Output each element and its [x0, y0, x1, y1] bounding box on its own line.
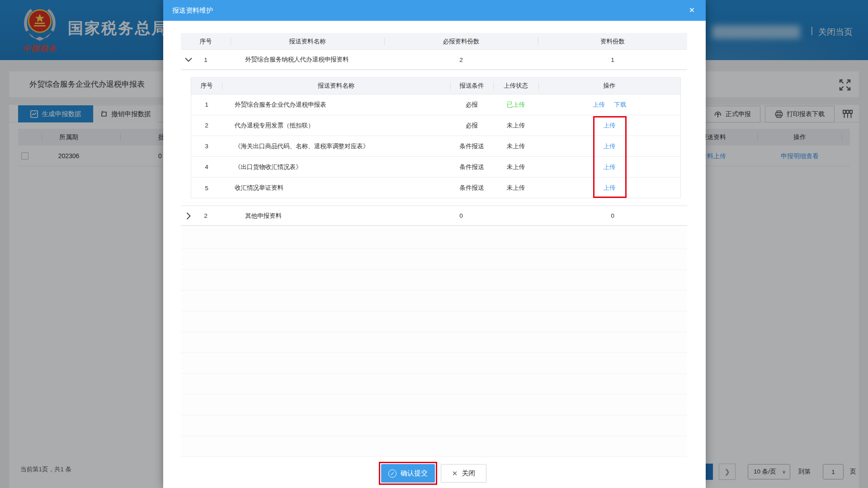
- empty-table-rows: [181, 228, 687, 457]
- cell-seq: 3: [191, 143, 222, 150]
- cell-condition: 条件报送: [450, 142, 493, 150]
- cell-status: 未上传: [493, 184, 538, 192]
- collapse-chevron-down-icon[interactable]: [184, 55, 193, 65]
- inner-row-5: 5 收汇情况举证资料 条件报送 未上传 上传: [191, 178, 680, 198]
- cell-material-name: 外贸综合服务纳税人代办退税申报资料: [231, 56, 384, 64]
- upload-link[interactable]: 上传: [593, 101, 605, 109]
- col-header-actions: 操作: [538, 78, 680, 94]
- screen: 中国税务 国家税务总局 | 关闭当页 外贸综合服务企业代办退税申报表 生成申报数…: [0, 0, 868, 488]
- cell-seq: 2: [191, 122, 222, 129]
- upload-link[interactable]: 上传: [604, 142, 616, 150]
- col-header-copies: 资料份数: [538, 33, 687, 49]
- cell-material-name: 外贸综合服务企业代办退税申报表: [222, 101, 450, 109]
- material-maintenance-modal: 报送资料维护 ✕ 序号 报送资料名称 必报资料份数 资料份数 1 外贸综合服务纳…: [163, 0, 706, 488]
- close-button[interactable]: ✕ 关闭: [441, 464, 486, 483]
- confirm-submit-button[interactable]: ✓ 确认提交: [381, 464, 435, 483]
- cell-copies: 1: [538, 56, 687, 63]
- cell-material-name: 《出口货物收汇情况表》: [222, 163, 450, 171]
- cell-material-name: 代办退税专用发票（抵扣联）: [222, 122, 450, 130]
- cell-required-copies: 2: [384, 56, 538, 63]
- cell-required-copies: 0: [384, 212, 538, 219]
- inner-row-4: 4 《出口货物收汇情况表》 条件报送 未上传 上传: [191, 157, 680, 178]
- cell-condition: 条件报送: [450, 184, 493, 192]
- outer-row-1: 1 外贸综合服务纳税人代办退税申报资料 2 1: [181, 50, 687, 70]
- col-header-condition: 报送条件: [450, 78, 493, 94]
- cell-seq: 1: [181, 56, 231, 63]
- inner-row-2: 2 代办退税专用发票（抵扣联） 必报 未上传 上传: [191, 115, 680, 136]
- seq-value: 1: [204, 56, 208, 63]
- cell-condition: 条件报送: [450, 163, 493, 171]
- cell-copies: 0: [538, 212, 687, 219]
- cell-seq: 4: [191, 164, 222, 170]
- cell-material-name: 《海关出口商品代码、名称、退税率调整对应表》: [222, 142, 450, 150]
- cell-condition: 必报: [450, 122, 493, 130]
- upload-link[interactable]: 上传: [604, 122, 616, 130]
- check-circle-icon: ✓: [388, 469, 396, 478]
- cell-actions: 上传 下载: [538, 101, 680, 109]
- upload-link[interactable]: 上传: [604, 184, 616, 192]
- modal-title: 报送资料维护: [172, 0, 213, 21]
- inner-row-1: 1 外贸综合服务企业代办退税申报表 必报 已上传 上传 下载: [191, 94, 680, 115]
- cell-actions: 上传: [538, 122, 680, 130]
- cell-seq: 2: [181, 212, 231, 219]
- outer-row-2: 2 其他申报资料 0 0: [181, 206, 687, 226]
- inner-table: 序号 报送资料名称 报送条件 上传状态 操作 1 外贸综合服务企业代办退税申报表…: [191, 77, 681, 198]
- cell-seq: 5: [191, 185, 222, 192]
- expand-chevron-right-icon[interactable]: [184, 211, 193, 221]
- cell-status-uploaded: 已上传: [493, 101, 538, 109]
- cell-status: 未上传: [493, 142, 538, 150]
- col-header-required-copies: 必报资料份数: [384, 33, 538, 49]
- cell-material-name: 收汇情况举证资料: [222, 184, 450, 192]
- inner-table-header: 序号 报送资料名称 报送条件 上传状态 操作: [191, 78, 680, 94]
- cell-material-name: 其他申报资料: [231, 212, 384, 220]
- cell-actions: 上传: [538, 184, 680, 192]
- col-header-seq: 序号: [191, 78, 222, 94]
- button-label: 关闭: [462, 469, 475, 478]
- col-header-material-name: 报送资料名称: [222, 78, 450, 94]
- modal-header: 报送资料维护 ✕: [163, 0, 706, 21]
- cell-condition: 必报: [450, 101, 493, 109]
- button-label: 确认提交: [401, 469, 428, 478]
- outer-table-header: 序号 报送资料名称 必报资料份数 资料份数: [181, 33, 687, 50]
- col-header-upload-status: 上传状态: [493, 78, 538, 94]
- col-header-seq: 序号: [181, 33, 231, 49]
- modal-close-icon[interactable]: ✕: [689, 0, 695, 21]
- cell-actions: 上传: [538, 163, 680, 171]
- upload-link[interactable]: 上传: [604, 163, 616, 171]
- cell-actions: 上传: [538, 142, 680, 150]
- cell-seq: 1: [191, 101, 222, 108]
- close-x-icon: ✕: [452, 469, 458, 478]
- seq-value: 2: [204, 212, 208, 219]
- cell-status: 未上传: [493, 163, 538, 171]
- col-header-material-name: 报送资料名称: [231, 33, 384, 49]
- download-link[interactable]: 下载: [614, 101, 626, 109]
- inner-row-3: 3 《海关出口商品代码、名称、退税率调整对应表》 条件报送 未上传 上传: [191, 136, 680, 157]
- cell-status: 未上传: [493, 122, 538, 130]
